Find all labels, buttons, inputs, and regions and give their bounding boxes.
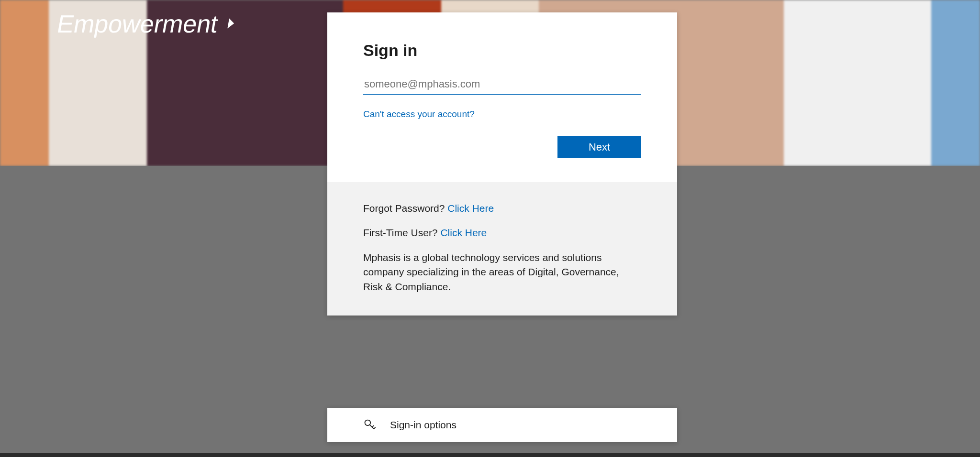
signin-title: Sign in	[363, 41, 641, 60]
info-section: Forgot Password? Click Here First-Time U…	[327, 182, 677, 316]
svg-line-3	[374, 427, 376, 429]
svg-line-1	[369, 424, 374, 429]
button-row: Next	[363, 136, 641, 158]
forgot-password-label: Forgot Password?	[363, 203, 447, 214]
key-icon	[363, 418, 377, 432]
first-time-user-label: First-Time User?	[363, 227, 440, 238]
first-time-user-link[interactable]: Click Here	[440, 227, 487, 238]
email-input[interactable]	[363, 74, 641, 95]
signin-options-label: Sign-in options	[390, 419, 457, 431]
signin-section: Sign in Can't access your account? Next	[327, 12, 677, 182]
svg-line-2	[372, 425, 374, 427]
footer-bar	[0, 453, 980, 457]
first-time-user-line: First-Time User? Click Here	[363, 226, 641, 239]
empowerment-text: Empowerment	[55, 10, 221, 38]
forgot-password-line: Forgot Password? Click Here	[363, 201, 641, 215]
empowerment-banner: Empowerment	[55, 10, 243, 38]
forgot-password-link[interactable]: Click Here	[447, 203, 494, 214]
signin-card: Sign in Can't access your account? Next …	[327, 12, 677, 316]
next-button[interactable]: Next	[557, 136, 641, 158]
cant-access-account-link[interactable]: Can't access your account?	[363, 109, 475, 120]
signin-options-button[interactable]: Sign-in options	[327, 408, 677, 442]
company-description: Mphasis is a global technology services …	[363, 250, 641, 294]
